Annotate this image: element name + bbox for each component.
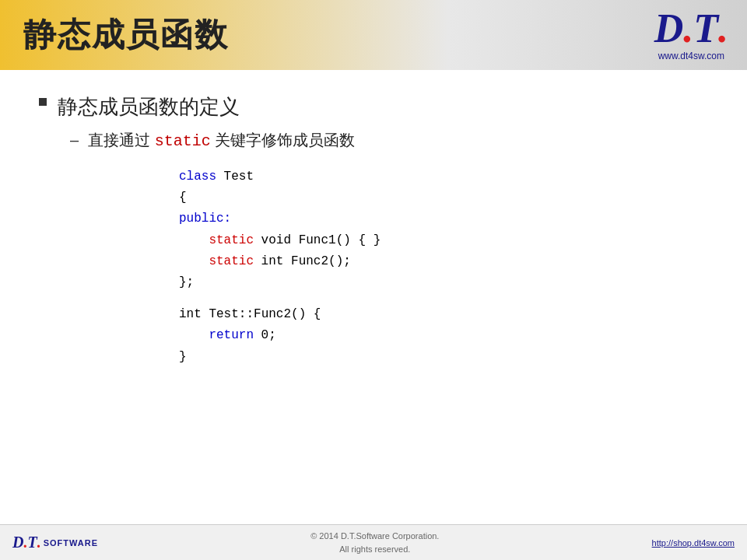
code-line: class Test <box>179 166 708 187</box>
code-spacer <box>179 293 708 304</box>
footer-logo-dot2: . <box>37 534 41 551</box>
sub-bullet: – 直接通过 static 关键字修饰成员函数 <box>70 130 708 151</box>
header: 静态成员函数 D . T . www.dt4sw.com <box>0 0 747 70</box>
code-line: return 0; <box>179 325 708 346</box>
code-line: static void Func1() { } <box>179 230 708 251</box>
code-token: class <box>179 170 216 184</box>
code-token: int <box>179 307 202 321</box>
code-line: int Test::Func2() { <box>179 304 708 325</box>
code-token <box>179 328 209 342</box>
footer-logo-t: T <box>27 534 37 551</box>
footer-copyright: © 2014 D.T.Software Corporation. All rig… <box>310 530 439 555</box>
sub-bullet-text: 直接通过 static 关键字修饰成员函数 <box>88 130 355 151</box>
code-token: Test::Func2() { <box>202 307 321 321</box>
copyright-line2: All rights reserved. <box>310 543 439 556</box>
copyright-line1: © 2014 D.T.Software Corporation. <box>310 530 439 543</box>
bullet-section: 静态成员函数的定义 – 直接通过 static 关键字修饰成员函数 <box>39 93 708 151</box>
code-line: } <box>179 347 708 368</box>
code-token: int Func2(); <box>254 254 351 268</box>
page-title: 静态成员函数 <box>23 13 229 57</box>
footer-logo-software: SOFTWARE <box>44 538 98 548</box>
sub-bullet-keyword: static <box>155 132 211 150</box>
code-token <box>179 254 209 268</box>
code-line: public: <box>179 208 708 229</box>
code-token: } <box>179 350 187 364</box>
code-block: class Test{public: static void Func1() {… <box>179 166 708 368</box>
code-token: { <box>179 191 187 205</box>
logo-t-letter: T <box>693 9 718 49</box>
code-token: }; <box>179 275 194 289</box>
code-token: static <box>209 254 254 268</box>
footer-website[interactable]: http://shop.dt4sw.com <box>652 538 735 548</box>
sub-bullet-prefix: 直接通过 <box>88 131 155 149</box>
code-token: static <box>209 233 254 247</box>
main-bullet: 静态成员函数的定义 <box>39 93 708 121</box>
code-token: public: <box>179 212 231 226</box>
footer: D . T . SOFTWARE © 2014 D.T.Software Cor… <box>0 524 747 560</box>
code-token: void Func1() { } <box>254 233 381 247</box>
code-token: 0; <box>254 328 276 342</box>
code-line: { <box>179 187 708 208</box>
code-token: return <box>209 328 254 342</box>
sub-bullet-suffix: 关键字修饰成员函数 <box>211 131 356 149</box>
header-logo: D . T . www.dt4sw.com <box>654 9 728 61</box>
footer-logo-d: D <box>12 534 23 551</box>
sub-bullet-dash: – <box>70 131 79 149</box>
code-token: Test <box>216 170 254 184</box>
logo-dt: D . T . <box>654 9 728 49</box>
logo-dot1: . <box>683 9 693 49</box>
bullet-square-icon <box>39 98 47 106</box>
footer-logo: D . T . SOFTWARE <box>12 534 98 551</box>
code-line: }; <box>179 272 708 293</box>
logo-url: www.dt4sw.com <box>658 51 724 61</box>
logo-dot2: . <box>718 9 728 49</box>
main-content: 静态成员函数的定义 – 直接通过 static 关键字修饰成员函数 class … <box>0 70 747 368</box>
code-token <box>179 233 209 247</box>
logo-d-letter: D <box>654 9 684 49</box>
bullet-main-text: 静态成员函数的定义 <box>58 93 240 121</box>
code-line: static int Func2(); <box>179 251 708 272</box>
